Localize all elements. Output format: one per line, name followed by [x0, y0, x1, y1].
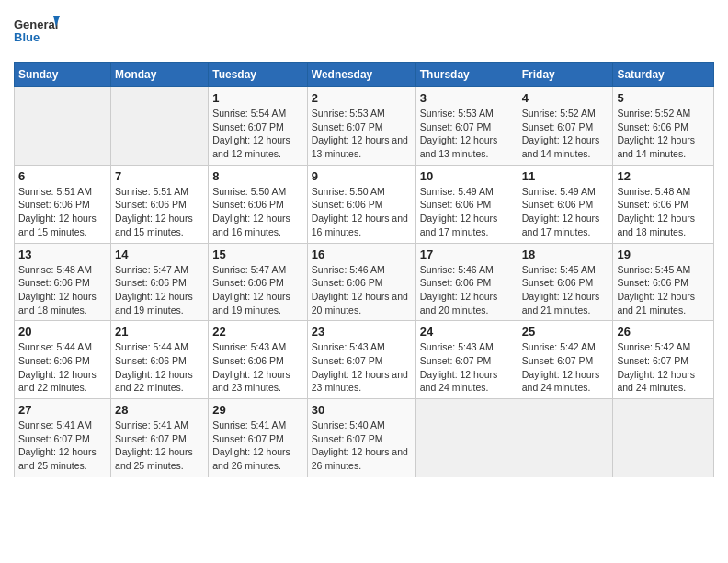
day-number: 20: [18, 325, 107, 339]
weekday-header-row: SundayMondayTuesdayWednesdayThursdayFrid…: [15, 63, 714, 87]
day-info: Sunrise: 5:44 AMSunset: 6:06 PMDaylight:…: [18, 340, 107, 395]
weekday-header-saturday: Saturday: [613, 63, 714, 87]
calendar-cell: 5Sunrise: 5:52 AMSunset: 6:06 PMDaylight…: [613, 87, 714, 166]
logo: General Blue: [14, 14, 60, 52]
day-number: 21: [115, 325, 204, 339]
day-info: Sunrise: 5:40 AMSunset: 6:07 PMDaylight:…: [312, 419, 412, 473]
day-info: Sunrise: 5:52 AMSunset: 6:06 PMDaylight:…: [617, 107, 710, 161]
day-info: Sunrise: 5:41 AMSunset: 6:07 PMDaylight:…: [18, 419, 107, 473]
calendar-week-5: 27Sunrise: 5:41 AMSunset: 6:07 PMDayligh…: [15, 399, 714, 477]
calendar-cell: 17Sunrise: 5:46 AMSunset: 6:06 PMDayligh…: [415, 243, 518, 321]
calendar-cell: [415, 399, 518, 477]
calendar-cell: 8Sunrise: 5:50 AMSunset: 6:06 PMDaylight…: [209, 165, 308, 243]
calendar-cell: [111, 87, 209, 166]
day-info: Sunrise: 5:54 AMSunset: 6:07 PMDaylight:…: [212, 107, 303, 161]
weekday-header-friday: Friday: [518, 63, 613, 87]
day-number: 29: [212, 403, 303, 417]
calendar-cell: 13Sunrise: 5:48 AMSunset: 6:06 PMDayligh…: [15, 243, 111, 321]
calendar-cell: 22Sunrise: 5:43 AMSunset: 6:06 PMDayligh…: [209, 321, 308, 399]
calendar-cell: 12Sunrise: 5:48 AMSunset: 6:06 PMDayligh…: [613, 165, 714, 243]
calendar-cell: 10Sunrise: 5:49 AMSunset: 6:06 PMDayligh…: [415, 165, 518, 243]
calendar-cell: [15, 87, 111, 166]
day-info: Sunrise: 5:45 AMSunset: 6:06 PMDaylight:…: [522, 263, 609, 317]
calendar-week-4: 20Sunrise: 5:44 AMSunset: 6:06 PMDayligh…: [15, 321, 714, 399]
day-number: 7: [115, 169, 204, 183]
calendar-cell: [518, 399, 613, 477]
calendar-cell: 7Sunrise: 5:51 AMSunset: 6:06 PMDaylight…: [111, 165, 209, 243]
calendar-cell: 26Sunrise: 5:42 AMSunset: 6:07 PMDayligh…: [613, 321, 714, 399]
day-info: Sunrise: 5:43 AMSunset: 6:07 PMDaylight:…: [420, 340, 514, 395]
day-number: 16: [312, 247, 412, 261]
day-number: 4: [522, 91, 609, 105]
day-number: 2: [312, 91, 412, 105]
day-number: 24: [420, 325, 514, 339]
day-info: Sunrise: 5:42 AMSunset: 6:07 PMDaylight:…: [617, 340, 710, 395]
calendar-cell: 16Sunrise: 5:46 AMSunset: 6:06 PMDayligh…: [307, 243, 415, 321]
day-info: Sunrise: 5:42 AMSunset: 6:07 PMDaylight:…: [522, 340, 609, 395]
calendar-cell: 3Sunrise: 5:53 AMSunset: 6:07 PMDaylight…: [415, 87, 518, 166]
day-info: Sunrise: 5:50 AMSunset: 6:06 PMDaylight:…: [212, 185, 303, 239]
day-info: Sunrise: 5:51 AMSunset: 6:06 PMDaylight:…: [115, 185, 204, 239]
calendar-cell: [613, 399, 714, 477]
day-info: Sunrise: 5:41 AMSunset: 6:07 PMDaylight:…: [212, 419, 303, 473]
day-info: Sunrise: 5:51 AMSunset: 6:06 PMDaylight:…: [18, 185, 107, 239]
day-number: 8: [212, 169, 303, 183]
calendar-cell: 23Sunrise: 5:43 AMSunset: 6:07 PMDayligh…: [307, 321, 415, 399]
day-number: 9: [312, 169, 412, 183]
day-info: Sunrise: 5:47 AMSunset: 6:06 PMDaylight:…: [115, 263, 204, 317]
calendar-cell: 19Sunrise: 5:45 AMSunset: 6:06 PMDayligh…: [613, 243, 714, 321]
day-number: 15: [212, 247, 303, 261]
day-number: 11: [522, 169, 609, 183]
calendar-cell: 11Sunrise: 5:49 AMSunset: 6:06 PMDayligh…: [518, 165, 613, 243]
day-info: Sunrise: 5:52 AMSunset: 6:07 PMDaylight:…: [522, 107, 609, 161]
day-number: 6: [18, 169, 107, 183]
day-number: 13: [18, 247, 107, 261]
calendar-cell: 24Sunrise: 5:43 AMSunset: 6:07 PMDayligh…: [415, 321, 518, 399]
day-number: 10: [420, 169, 514, 183]
day-number: 1: [212, 91, 303, 105]
weekday-header-monday: Monday: [111, 63, 209, 87]
day-number: 14: [115, 247, 204, 261]
calendar-cell: 27Sunrise: 5:41 AMSunset: 6:07 PMDayligh…: [15, 399, 111, 477]
day-info: Sunrise: 5:44 AMSunset: 6:06 PMDaylight:…: [115, 340, 204, 395]
calendar-cell: 18Sunrise: 5:45 AMSunset: 6:06 PMDayligh…: [518, 243, 613, 321]
day-info: Sunrise: 5:48 AMSunset: 6:06 PMDaylight:…: [18, 263, 107, 317]
logo-svg: General Blue: [14, 14, 60, 52]
day-info: Sunrise: 5:46 AMSunset: 6:06 PMDaylight:…: [420, 263, 514, 317]
calendar-week-3: 13Sunrise: 5:48 AMSunset: 6:06 PMDayligh…: [15, 243, 714, 321]
day-number: 30: [312, 403, 412, 417]
day-info: Sunrise: 5:49 AMSunset: 6:06 PMDaylight:…: [420, 185, 514, 239]
day-info: Sunrise: 5:46 AMSunset: 6:06 PMDaylight:…: [312, 263, 412, 317]
weekday-header-sunday: Sunday: [15, 63, 111, 87]
day-number: 22: [212, 325, 303, 339]
day-info: Sunrise: 5:47 AMSunset: 6:06 PMDaylight:…: [212, 263, 303, 317]
calendar-cell: 4Sunrise: 5:52 AMSunset: 6:07 PMDaylight…: [518, 87, 613, 166]
calendar-cell: 9Sunrise: 5:50 AMSunset: 6:06 PMDaylight…: [307, 165, 415, 243]
day-number: 3: [420, 91, 514, 105]
calendar-table: SundayMondayTuesdayWednesdayThursdayFrid…: [14, 62, 714, 477]
day-number: 28: [115, 403, 204, 417]
calendar-cell: 30Sunrise: 5:40 AMSunset: 6:07 PMDayligh…: [307, 399, 415, 477]
day-number: 27: [18, 403, 107, 417]
calendar-cell: 25Sunrise: 5:42 AMSunset: 6:07 PMDayligh…: [518, 321, 613, 399]
day-number: 5: [617, 91, 710, 105]
calendar-week-1: 1Sunrise: 5:54 AMSunset: 6:07 PMDaylight…: [15, 87, 714, 166]
weekday-header-tuesday: Tuesday: [209, 63, 308, 87]
calendar-cell: 21Sunrise: 5:44 AMSunset: 6:06 PMDayligh…: [111, 321, 209, 399]
day-info: Sunrise: 5:53 AMSunset: 6:07 PMDaylight:…: [420, 107, 514, 161]
calendar-cell: 15Sunrise: 5:47 AMSunset: 6:06 PMDayligh…: [209, 243, 308, 321]
weekday-header-thursday: Thursday: [415, 63, 518, 87]
day-number: 23: [312, 325, 412, 339]
calendar-cell: 29Sunrise: 5:41 AMSunset: 6:07 PMDayligh…: [209, 399, 308, 477]
day-info: Sunrise: 5:43 AMSunset: 6:07 PMDaylight:…: [312, 340, 412, 395]
svg-text:Blue: Blue: [14, 30, 40, 44]
day-number: 25: [522, 325, 609, 339]
day-number: 12: [617, 169, 710, 183]
calendar-cell: 28Sunrise: 5:41 AMSunset: 6:07 PMDayligh…: [111, 399, 209, 477]
day-number: 17: [420, 247, 514, 261]
day-number: 19: [617, 247, 710, 261]
calendar-cell: 20Sunrise: 5:44 AMSunset: 6:06 PMDayligh…: [15, 321, 111, 399]
calendar-cell: 6Sunrise: 5:51 AMSunset: 6:06 PMDaylight…: [15, 165, 111, 243]
calendar-cell: 2Sunrise: 5:53 AMSunset: 6:07 PMDaylight…: [307, 87, 415, 166]
day-info: Sunrise: 5:49 AMSunset: 6:06 PMDaylight:…: [522, 185, 609, 239]
